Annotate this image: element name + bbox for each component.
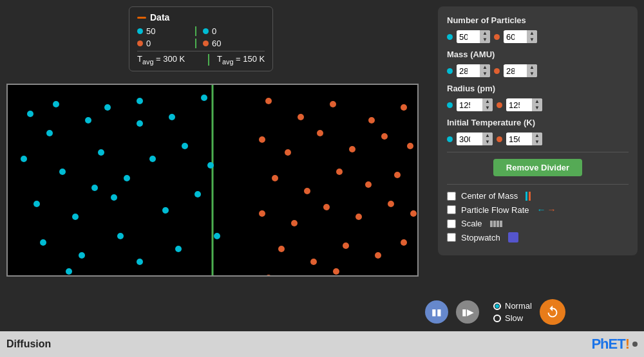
particle-orange	[278, 246, 285, 252]
orange-count-right-val: 60	[212, 39, 221, 48]
cyan-temp-down[interactable]	[482, 139, 493, 145]
particle-cyan	[98, 149, 104, 156]
cyan-temp-input-group[interactable]	[457, 133, 493, 145]
orange-dot-temp	[497, 136, 502, 142]
orange-count-left: 0	[137, 39, 176, 48]
slow-speed-option[interactable]: Slow	[493, 313, 532, 323]
pause-button[interactable]: ▮▮	[425, 300, 448, 324]
center-of-mass-label: Center of Mass	[461, 191, 518, 201]
cyan-radius-up[interactable]	[482, 98, 493, 105]
orange-temp-input[interactable]	[506, 133, 532, 145]
checkbox-section: Center of Mass Particle Flow Rate ← → Sc…	[447, 184, 629, 243]
cyan-particles-input[interactable]	[457, 31, 480, 43]
particle-cyan	[175, 246, 182, 252]
cyan-count-left: 50	[137, 26, 176, 36]
cyan-particles-spinner[interactable]	[480, 30, 490, 43]
orange-mass-input[interactable]	[504, 65, 527, 77]
cyan-particles-input-group[interactable]	[457, 30, 490, 43]
normal-radio[interactable]	[493, 302, 501, 310]
slow-radio[interactable]	[493, 315, 501, 322]
particle-orange	[401, 239, 407, 246]
temp-row	[447, 133, 629, 145]
phet-text: PhET	[591, 336, 625, 352]
particle-orange	[394, 172, 401, 178]
orange-radius-input[interactable]	[506, 99, 532, 111]
cyan-radius-input-group[interactable]	[457, 98, 493, 111]
particle-cyan	[149, 156, 156, 162]
orange-radius-input-group[interactable]	[506, 98, 542, 111]
cyan-mass-input-group[interactable]	[457, 64, 490, 77]
orange-mass-up[interactable]	[527, 64, 537, 71]
particle-orange	[333, 268, 339, 275]
remove-divider-button[interactable]: Remove Divider	[493, 159, 582, 176]
stopwatch-checkbox[interactable]	[447, 233, 456, 242]
orange-dot-radius	[497, 102, 502, 108]
orange-temp-spinner[interactable]	[532, 133, 542, 145]
orange-radius-spinner[interactable]	[532, 98, 542, 111]
normal-speed-option[interactable]: Normal	[493, 301, 532, 311]
cyan-mass-down[interactable]	[480, 71, 490, 77]
playback-controls: ▮▮ ▮▶ Normal Slow	[425, 299, 578, 325]
orange-radius-up[interactable]	[532, 98, 542, 105]
cyan-particles-up[interactable]	[480, 30, 490, 37]
orange-temp-input-group[interactable]	[506, 133, 542, 145]
particle-cyan	[53, 101, 59, 107]
step-button[interactable]: ▮▶	[456, 300, 479, 324]
orange-particles-down[interactable]	[527, 37, 537, 43]
cyan-particles-down[interactable]	[480, 37, 490, 43]
cyan-mass-input[interactable]	[457, 65, 480, 77]
particle-cyan	[169, 114, 175, 120]
phet-exclaim: !	[625, 336, 630, 352]
orange-particles-input-group[interactable]	[504, 30, 537, 43]
reset-button[interactable]	[540, 299, 565, 325]
particle-cyan	[162, 207, 169, 214]
orange-mass-down[interactable]	[527, 71, 537, 77]
particle-cyan	[137, 98, 143, 104]
orange-radius-down[interactable]	[532, 105, 542, 111]
data-row-counts-2: 0 60	[137, 39, 265, 48]
particle-orange	[388, 201, 394, 207]
orange-count-left-val: 0	[146, 39, 151, 48]
particle-orange	[336, 169, 343, 175]
orange-temp-down[interactable]	[532, 139, 542, 145]
cyan-temp-spinner[interactable]	[482, 133, 493, 145]
mass-label: Mass (AMU)	[447, 50, 629, 59]
cyan-radius-input[interactable]	[457, 99, 482, 111]
orange-temp-up[interactable]	[532, 133, 542, 139]
orange-dot-right	[203, 41, 209, 46]
cm-bar-cyan	[526, 192, 527, 201]
orange-particles-input[interactable]	[504, 31, 527, 43]
orange-dot	[137, 41, 143, 46]
center-of-mass-checkbox[interactable]	[447, 192, 456, 201]
cyan-mass-spinner[interactable]	[480, 64, 490, 77]
orange-particles-up[interactable]	[527, 30, 537, 37]
cyan-mass-up[interactable]	[480, 64, 490, 71]
particle-orange	[317, 130, 323, 136]
particle-flow-rate-checkbox[interactable]	[447, 205, 456, 214]
particle-orange	[330, 101, 336, 107]
cyan-radius-spinner[interactable]	[482, 98, 493, 111]
particle-orange	[291, 220, 298, 226]
scale-row: Scale	[447, 219, 629, 228]
cyan-radius-down[interactable]	[482, 105, 493, 111]
orange-particles-spinner[interactable]	[527, 30, 537, 43]
scale-checkbox[interactable]	[447, 219, 456, 228]
particle-orange	[407, 143, 413, 149]
data-temp-row: Tavg = 300 K Tavg = 150 K	[137, 51, 265, 66]
orange-mass-input-group[interactable]	[504, 64, 537, 77]
stopwatch-label: Stopwatch	[461, 233, 500, 243]
app-title: Diffusion	[6, 338, 51, 350]
cyan-temp-input[interactable]	[457, 133, 482, 145]
stopwatch-row: Stopwatch	[447, 232, 629, 243]
data-panel: Data 50 0 0 60 Tavg = 300 K Tavg = 150 K	[129, 6, 273, 71]
particle-cyan	[214, 233, 220, 239]
mass-row	[447, 64, 629, 77]
particle-orange	[375, 252, 381, 259]
orange-mass-spinner[interactable]	[527, 64, 537, 77]
center-of-mass-row: Center of Mass	[447, 191, 629, 201]
scale-label: Scale	[461, 219, 482, 228]
cyan-dot-radius	[447, 102, 453, 108]
particle-orange	[365, 181, 372, 188]
particle-orange	[259, 136, 265, 143]
cyan-temp-up[interactable]	[482, 133, 493, 139]
